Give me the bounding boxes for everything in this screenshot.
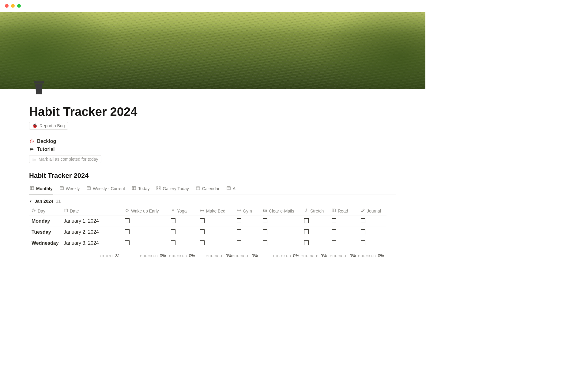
cell-day: Tuesday (29, 227, 61, 238)
gallery-icon (156, 186, 161, 191)
svg-rect-16 (159, 186, 160, 188)
close-window-button[interactable] (5, 4, 9, 8)
minimize-window-button[interactable] (11, 4, 15, 8)
checkbox[interactable] (332, 229, 336, 234)
page-icon[interactable] (29, 77, 49, 97)
checkbox[interactable] (263, 240, 267, 245)
checkbox[interactable] (125, 218, 130, 223)
checkbox[interactable] (263, 229, 267, 234)
checkbox[interactable] (304, 218, 309, 223)
checkbox[interactable] (361, 218, 365, 223)
cell-checkbox (234, 227, 260, 238)
checkbox[interactable] (332, 240, 336, 245)
tab-today[interactable]: Today (131, 184, 150, 194)
column-header[interactable]: Read (329, 206, 358, 216)
column-header[interactable]: Clear e-Mails (260, 206, 302, 216)
svg-rect-35 (64, 209, 68, 212)
dumbbell-icon (237, 208, 241, 213)
group-count: 31 (56, 199, 61, 204)
sun-icon (32, 208, 36, 213)
cell-checkbox (234, 216, 260, 227)
bed-icon (200, 208, 204, 213)
checkbox[interactable] (125, 229, 130, 234)
tab-gallery-today[interactable]: Gallery Today (156, 184, 189, 194)
checkbox[interactable] (304, 229, 309, 234)
checkbox[interactable] (171, 218, 175, 223)
cell-checkbox (329, 238, 358, 249)
link-label: Backlog (37, 139, 56, 144)
checkbox[interactable] (200, 229, 205, 234)
maximize-window-button[interactable] (17, 4, 21, 8)
checkbox[interactable] (200, 218, 205, 223)
table-icon (86, 186, 91, 191)
checkbox[interactable] (237, 240, 241, 245)
svg-point-26 (33, 210, 35, 211)
footer-checked: CHECKED0% (358, 251, 386, 260)
cell-date: January 1, 2024 (61, 216, 123, 227)
mark-all-label: Mark all as completed for today (39, 157, 98, 162)
footer-checked: CHECKED0% (302, 251, 329, 260)
collapse-toggle-icon[interactable]: ▼ (29, 200, 32, 203)
svg-line-41 (128, 209, 128, 209)
svg-rect-9 (87, 187, 90, 190)
column-header[interactable]: Make Bed (198, 206, 234, 216)
cell-checkbox (123, 216, 168, 227)
table-row[interactable]: MondayJanuary 1, 2024 (29, 216, 396, 227)
tab-weekly---current[interactable]: Weekly - Current (86, 184, 126, 194)
checkbox[interactable] (171, 240, 175, 245)
tab-weekly[interactable]: Weekly (59, 184, 81, 194)
cell-checkbox (198, 238, 234, 249)
checkbox[interactable] (237, 218, 241, 223)
tab-all[interactable]: All (226, 184, 238, 194)
svg-rect-23 (227, 187, 230, 190)
cell-day: Monday (29, 216, 61, 227)
cell-checkbox (358, 216, 386, 227)
database-title[interactable]: Habit Tracker 2024 (29, 172, 396, 180)
link-backlog[interactable]: Backlog (29, 137, 396, 145)
checkbox[interactable] (200, 240, 205, 245)
group-name: Jan 2024 (35, 199, 53, 204)
table-footer: COUNT 31 CHECKED0% CHECKED0% CHECKED0% C… (29, 249, 396, 260)
checkbox[interactable] (237, 229, 241, 234)
svg-rect-44 (240, 210, 241, 211)
table-row[interactable]: TuesdayJanuary 2, 2024 (29, 227, 396, 238)
checkbox[interactable] (263, 218, 267, 223)
svg-line-32 (35, 211, 35, 212)
cell-checkbox (302, 227, 329, 238)
footer-checked: CHECKED0% (234, 251, 260, 260)
column-header[interactable]: Wake up Early (123, 206, 168, 216)
report-bug-button[interactable]: 🐞 Report a Bug (29, 122, 68, 130)
tab-monthly[interactable]: Monthly (29, 184, 53, 194)
mark-all-completed-button[interactable]: Mark all as completed for today (29, 155, 101, 163)
column-header[interactable]: Date (61, 206, 123, 216)
link-tutorial[interactable]: Tutorial (29, 145, 396, 153)
table-row[interactable]: WednesdayJanuary 3, 2024 (29, 238, 396, 249)
cell-checkbox (260, 238, 302, 249)
column-header[interactable]: Gym (234, 206, 260, 216)
table-icon (132, 186, 136, 191)
tab-calendar[interactable]: Calendar (195, 184, 220, 194)
footer-checked: CHECKED0% (123, 251, 168, 260)
cell-checkbox (302, 238, 329, 249)
link-label: Tutorial (37, 147, 55, 152)
inbox-icon (263, 208, 267, 213)
checkbox[interactable] (304, 240, 309, 245)
alarm-icon (125, 208, 129, 213)
column-header[interactable]: Yoga (168, 206, 198, 216)
column-header[interactable]: Day (29, 206, 61, 216)
column-header[interactable]: Stretch (302, 206, 329, 216)
edit-icon (361, 208, 365, 213)
svg-line-31 (32, 209, 33, 209)
checkbox[interactable] (361, 229, 365, 234)
svg-rect-19 (196, 187, 200, 190)
svg-rect-17 (157, 189, 158, 190)
checkbox[interactable] (125, 240, 130, 245)
group-header[interactable]: ▼ Jan 2024 31 (29, 194, 396, 206)
cell-checkbox (358, 238, 386, 249)
checkbox[interactable] (171, 229, 175, 234)
column-header[interactable]: Journal (358, 206, 386, 216)
checkbox[interactable] (361, 240, 365, 245)
cell-checkbox (260, 227, 302, 238)
checkbox[interactable] (332, 218, 336, 223)
cell-day: Wednesday (29, 238, 61, 249)
